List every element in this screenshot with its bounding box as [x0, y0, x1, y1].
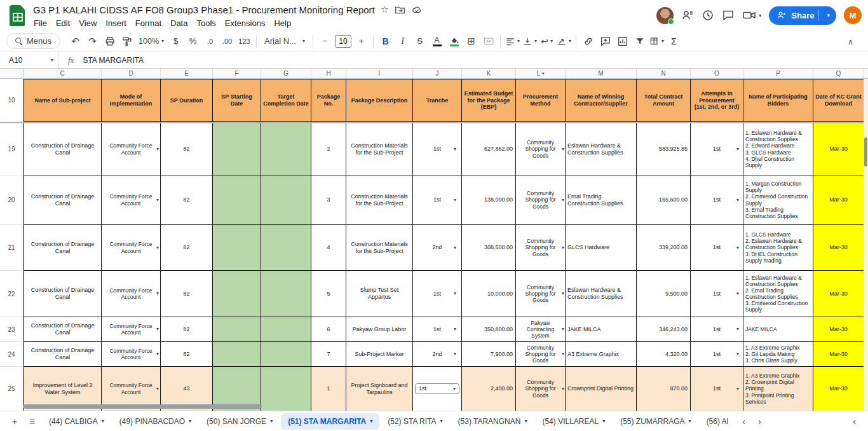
meet-icon[interactable]: ▾	[742, 9, 761, 22]
cell-L10[interactable]: Procurement Method	[516, 79, 566, 122]
cell-D10[interactable]: Mode of Implementation	[102, 79, 161, 122]
cell-J22[interactable]: 1st▾	[413, 271, 462, 317]
dropdown-caret-icon[interactable]: ▾	[156, 291, 159, 296]
cell-P25[interactable]: 1. A3 Extreme Graphix 2. Crownprint Digi…	[743, 367, 813, 411]
cell-C22[interactable]: Construction of Drainage Canal	[24, 271, 102, 317]
cell-L23[interactable]: Pakyaw Contracting System▾	[516, 317, 566, 342]
cell-O19[interactable]: 1st▾	[691, 123, 743, 175]
cell-C21[interactable]: Construction of Drainage Canal	[24, 225, 102, 271]
cell-Q23[interactable]: Mar-30	[813, 317, 864, 342]
tab-caret-icon[interactable]: ▾	[689, 418, 691, 424]
cell-D24[interactable]: Community Force Account▾	[102, 342, 161, 367]
cell-K24[interactable]: 7,900.00	[462, 342, 516, 367]
cell-G10[interactable]: Target Completion Date	[261, 79, 311, 122]
cell-N21[interactable]: 339,200.00	[637, 225, 691, 271]
cell-N25[interactable]: 870.00	[637, 367, 691, 411]
row-header-21[interactable]: 21	[0, 225, 24, 271]
horizontal-align-button[interactable]: ▾	[505, 33, 520, 49]
cell-E10[interactable]: SP Duration	[161, 79, 213, 122]
cell-G21[interactable]	[261, 225, 311, 271]
cell-P23[interactable]: JAKE MILCA	[743, 317, 813, 342]
number-format-button[interactable]: 123	[236, 33, 252, 49]
column-header-O[interactable]: O	[691, 69, 743, 78]
cell-O21[interactable]: 1st▾	[691, 225, 743, 271]
column-header-G[interactable]: G	[261, 69, 311, 78]
tab-scroll-right-button[interactable]: ›	[752, 414, 767, 428]
cell-F10[interactable]: SP Starting Date	[213, 79, 261, 122]
dropdown-caret-icon[interactable]: ▾	[454, 146, 456, 152]
cell-I10[interactable]: Package Description	[346, 79, 413, 122]
column-header-C[interactable]: C	[24, 69, 102, 78]
font-size-input[interactable]: 10	[335, 35, 351, 48]
cell-Q22[interactable]: Mar-30	[813, 271, 864, 317]
vertical-scrollbar[interactable]	[864, 79, 868, 411]
table-tools-button[interactable]: ▾	[649, 33, 665, 49]
cell-H19[interactable]: 2	[311, 123, 346, 175]
dropdown-caret-icon[interactable]: ▾	[156, 351, 159, 357]
tab-scroll-left-button[interactable]: ‹	[736, 414, 751, 428]
dropdown-caret-icon[interactable]: ▾	[156, 146, 159, 152]
cell-J21[interactable]: 2nd▾	[413, 225, 462, 271]
dropdown-caret-icon[interactable]: ▾	[736, 351, 739, 357]
column-header-F[interactable]: F	[213, 69, 261, 78]
menu-tools[interactable]: Tools	[192, 17, 220, 29]
cell-O24[interactable]: 1st▾	[691, 342, 743, 367]
row-header-19[interactable]: 19	[0, 123, 24, 175]
column-header-K[interactable]: K	[462, 69, 516, 78]
sheet-tab--56-al[interactable]: (56) Al	[700, 413, 736, 430]
cell-N20[interactable]: 165,600.00	[637, 175, 691, 225]
merge-cells-button[interactable]	[480, 33, 496, 49]
cell-I23[interactable]: Pakyaw Group Labor	[346, 317, 413, 342]
cell-H24[interactable]: 7	[311, 342, 346, 367]
cell-K20[interactable]: 138,000.00	[462, 175, 516, 225]
cell-L19[interactable]: Community Shopping for Goods▾	[516, 123, 566, 175]
functions-button[interactable]: Σ	[666, 33, 682, 49]
insert-chart-button[interactable]	[614, 33, 630, 49]
dropdown-caret-icon[interactable]: ▾	[454, 326, 456, 332]
cell-Q20[interactable]: Mar-30	[813, 175, 864, 225]
cell-E24[interactable]: 82	[161, 342, 213, 367]
cell-K21[interactable]: 308,500.00	[462, 225, 516, 271]
dropdown-caret-icon[interactable]: ▾	[454, 351, 456, 357]
paint-format-button[interactable]	[119, 33, 135, 49]
italic-button[interactable]: I	[395, 33, 410, 49]
dropdown-caret-icon[interactable]: ▾	[156, 245, 159, 250]
cell-I20[interactable]: Construction Materials for the Sub-Proje…	[346, 175, 413, 225]
cell-H22[interactable]: 5	[311, 271, 346, 317]
sheet-tab--50-san-jorge[interactable]: (50) SAN JORGE▾	[200, 413, 280, 430]
cell-O23[interactable]: 1st▾	[691, 317, 743, 342]
all-sheets-button[interactable]: ≡	[24, 413, 41, 430]
cell-Q19[interactable]: Mar-30	[813, 123, 864, 175]
cell-E20[interactable]: 82	[161, 175, 213, 225]
cell-L24[interactable]: Community Shopping for Goods▾	[516, 342, 566, 367]
dropdown-caret-icon[interactable]: ▾	[736, 146, 739, 152]
collaborator-avatar[interactable]	[656, 7, 674, 24]
cell-P10[interactable]: Name of Participating Bidders	[743, 79, 813, 122]
cell-C24[interactable]: Construction of Drainage Canal	[24, 342, 102, 367]
menu-file[interactable]: File	[29, 17, 51, 29]
cell-D22[interactable]: Community Force Account▾	[102, 271, 161, 317]
cell-O10[interactable]: Attempts in Procurement (1st, 2nd, or 3r…	[691, 79, 743, 122]
text-rotation-button[interactable]: ▾	[556, 33, 572, 49]
text-wrap-button[interactable]: ↩ ▾	[539, 33, 555, 49]
cell-N23[interactable]: 346,243.00	[637, 317, 691, 342]
tab-caret-icon[interactable]: ▾	[524, 418, 527, 424]
tranche-dropdown-chip[interactable]: 1st▾	[415, 383, 459, 394]
name-box-caret-icon[interactable]: ▾	[51, 57, 53, 63]
cell-H25[interactable]: 1	[311, 367, 346, 411]
dropdown-caret-icon[interactable]: ▾	[562, 197, 564, 203]
document-title[interactable]: G3 P1 KALAHI CIDSS AF FO8 Group3 Phase1 …	[33, 4, 375, 15]
cell-P21[interactable]: 1. GLCS Hardware 2. Eslawan Hardware & C…	[743, 225, 813, 271]
row-header-20[interactable]: 20	[0, 175, 24, 225]
dropdown-caret-icon[interactable]: ▾	[562, 326, 564, 332]
row-header-23[interactable]: 23	[0, 317, 24, 342]
bold-button[interactable]: B	[377, 33, 393, 49]
cell-F21[interactable]	[213, 225, 261, 271]
insert-comment-button[interactable]	[597, 33, 613, 49]
hide-toolbar-button[interactable]: ∧	[843, 34, 858, 50]
cell-M20[interactable]: Ernal Trading Construction Supplies	[566, 175, 637, 225]
cell-E23[interactable]: 82	[161, 317, 213, 342]
dropdown-caret-icon[interactable]: ▾	[736, 326, 739, 332]
cell-O25[interactable]: 1st▾	[691, 367, 743, 411]
dropdown-caret-icon[interactable]: ▾	[736, 291, 739, 296]
